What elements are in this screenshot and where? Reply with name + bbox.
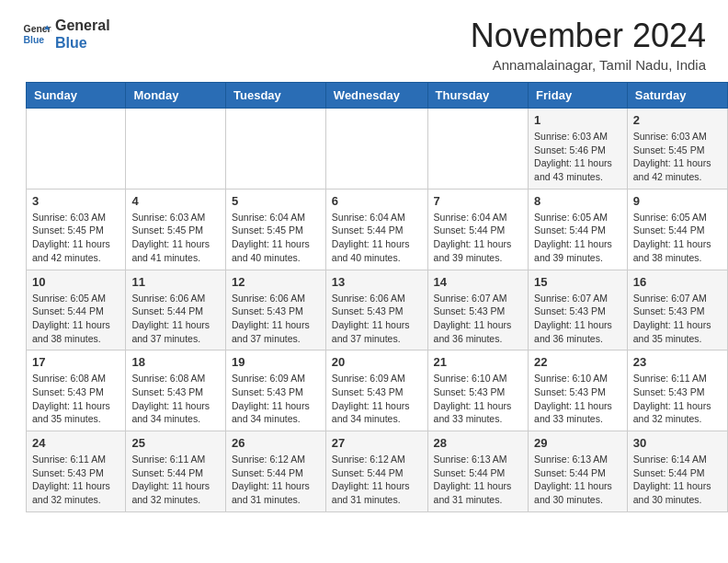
day-number: 4 [131, 194, 220, 208]
day-info: Sunrise: 6:03 AM Sunset: 5:45 PM Dayligh… [633, 130, 722, 184]
day-info: Sunrise: 6:06 AM Sunset: 5:43 PM Dayligh… [232, 292, 320, 346]
calendar-cell: 9Sunrise: 6:05 AM Sunset: 5:44 PM Daylig… [627, 189, 727, 270]
day-info: Sunrise: 6:06 AM Sunset: 5:43 PM Dayligh… [332, 292, 422, 346]
calendar-week-4: 17Sunrise: 6:08 AM Sunset: 5:43 PM Dayli… [27, 350, 728, 431]
day-number: 22 [534, 355, 621, 369]
day-number: 18 [131, 355, 220, 369]
day-info: Sunrise: 6:11 AM Sunset: 5:43 PM Dayligh… [633, 372, 722, 426]
calendar-header-wednesday: Wednesday [325, 83, 427, 109]
svg-text:Blue: Blue [24, 35, 45, 45]
calendar-header: SundayMondayTuesdayWednesdayThursdayFrid… [27, 83, 728, 109]
day-info: Sunrise: 6:10 AM Sunset: 5:43 PM Dayligh… [434, 372, 522, 426]
day-number: 7 [434, 194, 522, 208]
day-info: Sunrise: 6:07 AM Sunset: 5:43 PM Dayligh… [633, 292, 722, 346]
calendar-week-1: 1Sunrise: 6:03 AM Sunset: 5:46 PM Daylig… [27, 109, 728, 190]
day-info: Sunrise: 6:07 AM Sunset: 5:43 PM Dayligh… [434, 292, 522, 346]
calendar-week-2: 3Sunrise: 6:03 AM Sunset: 5:45 PM Daylig… [27, 189, 728, 270]
day-info: Sunrise: 6:04 AM Sunset: 5:44 PM Dayligh… [434, 211, 522, 265]
calendar-cell: 21Sunrise: 6:10 AM Sunset: 5:43 PM Dayli… [427, 350, 528, 431]
day-info: Sunrise: 6:13 AM Sunset: 5:44 PM Dayligh… [434, 453, 522, 507]
calendar-cell [27, 109, 126, 190]
day-info: Sunrise: 6:04 AM Sunset: 5:44 PM Dayligh… [332, 211, 422, 265]
calendar-cell: 15Sunrise: 6:07 AM Sunset: 5:43 PM Dayli… [529, 270, 628, 350]
calendar-cell: 30Sunrise: 6:14 AM Sunset: 5:44 PM Dayli… [627, 431, 727, 512]
calendar-wrapper: SundayMondayTuesdayWednesdayThursdayFrid… [0, 82, 728, 525]
day-number: 25 [131, 436, 220, 450]
calendar-cell: 13Sunrise: 6:06 AM Sunset: 5:43 PM Dayli… [325, 270, 427, 350]
calendar-cell: 8Sunrise: 6:05 AM Sunset: 5:44 PM Daylig… [529, 189, 628, 270]
day-number: 3 [32, 194, 119, 208]
day-number: 13 [332, 275, 422, 289]
logo-blue: Blue [55, 34, 110, 52]
calendar-cell [226, 109, 326, 190]
day-number: 30 [633, 436, 722, 450]
calendar-cell: 20Sunrise: 6:09 AM Sunset: 5:43 PM Dayli… [325, 350, 427, 431]
day-number: 6 [332, 194, 422, 208]
day-info: Sunrise: 6:09 AM Sunset: 5:43 PM Dayligh… [232, 372, 320, 426]
calendar-cell: 24Sunrise: 6:11 AM Sunset: 5:43 PM Dayli… [27, 431, 126, 512]
calendar-cell: 29Sunrise: 6:13 AM Sunset: 5:44 PM Dayli… [529, 431, 628, 512]
day-info: Sunrise: 6:14 AM Sunset: 5:44 PM Dayligh… [633, 453, 722, 507]
calendar-cell: 18Sunrise: 6:08 AM Sunset: 5:43 PM Dayli… [126, 350, 226, 431]
calendar-cell: 25Sunrise: 6:11 AM Sunset: 5:44 PM Dayli… [126, 431, 226, 512]
calendar-cell: 10Sunrise: 6:05 AM Sunset: 5:44 PM Dayli… [27, 270, 126, 350]
calendar-table: SundayMondayTuesdayWednesdayThursdayFrid… [26, 82, 728, 512]
day-info: Sunrise: 6:10 AM Sunset: 5:43 PM Dayligh… [534, 372, 621, 426]
day-info: Sunrise: 6:09 AM Sunset: 5:43 PM Dayligh… [332, 372, 422, 426]
day-number: 26 [232, 436, 320, 450]
calendar-week-5: 24Sunrise: 6:11 AM Sunset: 5:43 PM Dayli… [27, 431, 728, 512]
day-number: 5 [232, 194, 320, 208]
day-number: 15 [534, 275, 621, 289]
day-number: 8 [534, 194, 621, 208]
calendar-cell: 2Sunrise: 6:03 AM Sunset: 5:45 PM Daylig… [627, 109, 727, 190]
day-number: 19 [232, 355, 320, 369]
calendar-cell: 23Sunrise: 6:11 AM Sunset: 5:43 PM Dayli… [627, 350, 727, 431]
day-number: 17 [32, 355, 119, 369]
calendar-cell: 27Sunrise: 6:12 AM Sunset: 5:44 PM Dayli… [325, 431, 427, 512]
logo-general: General [55, 17, 110, 34]
day-number: 24 [32, 436, 119, 450]
day-number: 27 [332, 436, 422, 450]
calendar-cell: 14Sunrise: 6:07 AM Sunset: 5:43 PM Dayli… [427, 270, 528, 350]
day-number: 16 [633, 275, 722, 289]
day-info: Sunrise: 6:05 AM Sunset: 5:44 PM Dayligh… [32, 292, 119, 346]
calendar-header-sunday: Sunday [27, 83, 126, 109]
day-number: 21 [434, 355, 522, 369]
calendar-cell [126, 109, 226, 190]
calendar-header-thursday: Thursday [427, 83, 528, 109]
day-number: 12 [232, 275, 320, 289]
calendar-cell: 12Sunrise: 6:06 AM Sunset: 5:43 PM Dayli… [226, 270, 326, 350]
page-header: General Blue General Blue November 2024 … [0, 0, 728, 82]
day-number: 2 [633, 113, 722, 127]
calendar-body: 1Sunrise: 6:03 AM Sunset: 5:46 PM Daylig… [27, 109, 728, 512]
day-number: 29 [534, 436, 621, 450]
calendar-cell: 26Sunrise: 6:12 AM Sunset: 5:44 PM Dayli… [226, 431, 326, 512]
logo: General Blue General Blue [22, 17, 110, 52]
title-block: November 2024 Annamalainagar, Tamil Nadu… [471, 17, 706, 73]
calendar-week-3: 10Sunrise: 6:05 AM Sunset: 5:44 PM Dayli… [27, 270, 728, 350]
day-info: Sunrise: 6:11 AM Sunset: 5:43 PM Dayligh… [32, 453, 119, 507]
day-number: 28 [434, 436, 522, 450]
calendar-cell: 7Sunrise: 6:04 AM Sunset: 5:44 PM Daylig… [427, 189, 528, 270]
calendar-cell: 4Sunrise: 6:03 AM Sunset: 5:45 PM Daylig… [126, 189, 226, 270]
calendar-cell: 6Sunrise: 6:04 AM Sunset: 5:44 PM Daylig… [325, 189, 427, 270]
day-info: Sunrise: 6:12 AM Sunset: 5:44 PM Dayligh… [232, 453, 320, 507]
day-number: 20 [332, 355, 422, 369]
day-info: Sunrise: 6:05 AM Sunset: 5:44 PM Dayligh… [633, 211, 722, 265]
day-info: Sunrise: 6:05 AM Sunset: 5:44 PM Dayligh… [534, 211, 621, 265]
logo-icon: General Blue [22, 19, 51, 49]
day-number: 14 [434, 275, 522, 289]
calendar-cell [427, 109, 528, 190]
calendar-header-friday: Friday [529, 83, 628, 109]
day-info: Sunrise: 6:11 AM Sunset: 5:44 PM Dayligh… [131, 453, 220, 507]
month-title: November 2024 [471, 17, 706, 55]
calendar-cell: 3Sunrise: 6:03 AM Sunset: 5:45 PM Daylig… [27, 189, 126, 270]
calendar-cell: 17Sunrise: 6:08 AM Sunset: 5:43 PM Dayli… [27, 350, 126, 431]
day-number: 10 [32, 275, 119, 289]
day-info: Sunrise: 6:03 AM Sunset: 5:46 PM Dayligh… [534, 130, 621, 184]
calendar-header-tuesday: Tuesday [226, 83, 326, 109]
calendar-cell: 19Sunrise: 6:09 AM Sunset: 5:43 PM Dayli… [226, 350, 326, 431]
calendar-header-saturday: Saturday [627, 83, 727, 109]
day-number: 9 [633, 194, 722, 208]
day-info: Sunrise: 6:04 AM Sunset: 5:45 PM Dayligh… [232, 211, 320, 265]
